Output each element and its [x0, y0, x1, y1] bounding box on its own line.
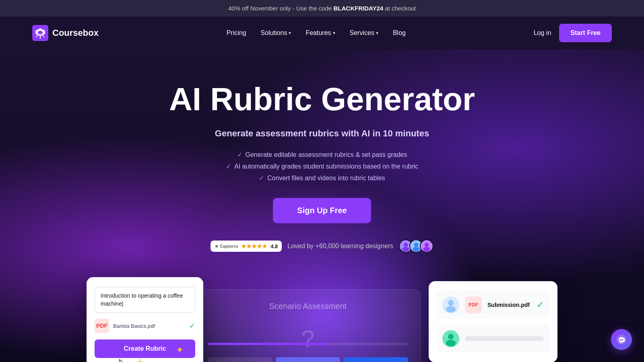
- file-attachment-row: PDF Barista Basics.pdf ✓: [95, 319, 195, 333]
- svg-point-14: [423, 247, 430, 252]
- svg-point-13: [425, 243, 429, 247]
- chevron-down-icon: ▾: [333, 30, 335, 36]
- nav-item-services[interactable]: Services ▾: [350, 29, 378, 37]
- scenario-progress-bar: [208, 343, 408, 345]
- svg-point-24: [622, 339, 623, 341]
- svg-point-19: [448, 334, 454, 339]
- file-check-icon: ✓: [189, 321, 195, 330]
- chat-widget-button[interactable]: [611, 329, 632, 350]
- avatar-3: [420, 239, 433, 253]
- hero-feature-3: ✓ Convert files and videos into rubric t…: [259, 174, 385, 182]
- scenario-tab-2[interactable]: [276, 357, 341, 362]
- hero-feature-1: ✓ Generate editable assessment rubrics &…: [237, 151, 407, 158]
- pdf-file-icon: PDF: [95, 319, 109, 333]
- question-mark-icon: ?: [208, 327, 408, 351]
- logo-icon: [32, 25, 48, 41]
- svg-point-23: [621, 339, 622, 341]
- navigation: Coursebox Pricing Solutions ▾ Features ▾…: [0, 16, 644, 49]
- check-icon-2: ✓: [226, 162, 231, 170]
- avatar-group: [399, 239, 433, 253]
- svg-point-7: [404, 243, 408, 247]
- capterra-stars: ★★★★★: [241, 243, 267, 249]
- create-rubric-button[interactable]: Create Rubric ✦: [95, 339, 195, 358]
- logo[interactable]: Coursebox: [32, 25, 99, 41]
- sparkles-icon: ✦: [176, 345, 183, 355]
- check-icon-3: ✓: [259, 174, 264, 182]
- student-avatar-2: [442, 330, 459, 347]
- create-rubric-card: Introduction to operating a coffee machi…: [87, 277, 203, 362]
- signup-button[interactable]: Sign Up Free: [273, 198, 371, 223]
- nav-link-pricing[interactable]: Pricing: [227, 29, 246, 37]
- submission-check-icon: ✓: [537, 300, 544, 310]
- nav-link-features[interactable]: Features ▾: [305, 29, 335, 37]
- file-name-label: Barista Basics.pdf: [113, 323, 185, 329]
- hero-section: AI Rubric Generator Generate assessment …: [0, 49, 644, 362]
- nav-item-features[interactable]: Features ▾: [305, 29, 335, 37]
- svg-point-10: [414, 243, 419, 247]
- svg-point-16: [448, 300, 454, 306]
- scenario-tab-1[interactable]: [208, 357, 272, 362]
- nav-actions: Log in Start Free: [534, 24, 612, 42]
- social-proof: ★ Capterra ★★★★★ 4.8 Loved by +60,000 le…: [211, 239, 433, 253]
- nav-item-pricing[interactable]: Pricing: [227, 29, 246, 37]
- chevron-down-icon: ▾: [289, 30, 291, 36]
- login-button[interactable]: Log in: [534, 29, 551, 37]
- submission-card: PDF Submission.pdf ✓: [429, 281, 557, 362]
- student-avatar-1: [442, 296, 459, 313]
- nav-item-solutions[interactable]: Solutions ▾: [261, 29, 291, 37]
- nav-links: Pricing Solutions ▾ Features ▾ Services …: [227, 29, 406, 37]
- hero-subtitle: Generate assessment rubrics with AI in 1…: [215, 128, 429, 139]
- check-icon-1: ✓: [237, 151, 242, 158]
- capterra-badge: ★ Capterra ★★★★★ 4.8: [211, 241, 282, 252]
- chevron-down-icon: ▾: [376, 30, 378, 36]
- announcement-text: 40% off November only - Use the code BLA…: [228, 5, 416, 12]
- announcement-bar: 40% off November only - Use the code BLA…: [0, 0, 644, 16]
- social-proof-text: Loved by +60,000 learning designers: [287, 243, 393, 250]
- nav-link-blog[interactable]: Blog: [393, 29, 406, 37]
- hero-features-list: ✓ Generate editable assessment rubrics &…: [226, 151, 418, 182]
- bottom-cards: Introduction to operating a coffee machi…: [0, 277, 644, 362]
- sparkle-icon: [135, 357, 144, 362]
- svg-point-8: [402, 247, 409, 252]
- capterra-label: ★ Capterra: [215, 244, 238, 249]
- submission-pdf-icon: PDF: [465, 296, 482, 313]
- submission-loading-bar: [465, 336, 544, 341]
- nav-link-solutions[interactable]: Solutions ▾: [261, 29, 291, 37]
- svg-point-20: [446, 340, 456, 346]
- submission-row-1: PDF Submission.pdf ✓: [437, 291, 549, 319]
- svg-point-22: [620, 339, 621, 341]
- chat-icon: [616, 334, 627, 345]
- scenario-card-title: Scenario Assessment: [208, 302, 408, 311]
- scenario-assessment-card: Scenario Assessment ?: [195, 289, 421, 362]
- scenario-tabs: [208, 357, 408, 362]
- rubric-topic-input[interactable]: Introduction to operating a coffee machi…: [95, 287, 195, 313]
- cursor-icon: [119, 359, 128, 362]
- submission-filename: Submission.pdf: [487, 302, 531, 308]
- start-free-button[interactable]: Start Free: [559, 24, 612, 42]
- nav-link-services[interactable]: Services ▾: [350, 29, 378, 37]
- svg-point-17: [446, 306, 456, 313]
- capterra-score: 4.8: [270, 243, 278, 249]
- progress-bar-fill: [208, 343, 328, 345]
- logo-text: Coursebox: [52, 28, 99, 38]
- submission-row-2: [437, 325, 549, 353]
- scenario-tab-3[interactable]: [343, 357, 408, 362]
- hero-feature-2: ✓ AI automatically grades student submis…: [226, 162, 418, 170]
- nav-item-blog[interactable]: Blog: [393, 29, 406, 37]
- hero-title: AI Rubric Generator: [169, 82, 475, 117]
- submission-file-info: Submission.pdf: [487, 302, 531, 308]
- svg-point-11: [413, 247, 420, 252]
